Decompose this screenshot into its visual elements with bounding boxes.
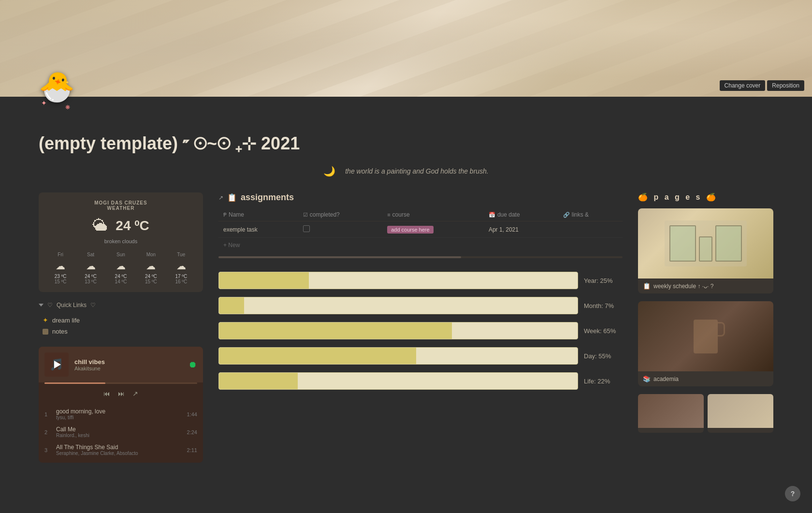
add-new-row[interactable]: + New xyxy=(218,238,623,252)
page-card-text: weekly schedule ↑ ·ᴗ· ? xyxy=(653,283,713,290)
quick-links-header[interactable]: ♡ Quick Links ♡ xyxy=(39,302,203,308)
sparkle-decor: ✦ xyxy=(41,99,47,107)
task-completed-cell[interactable] xyxy=(298,221,382,238)
page-card-icon: 📚 xyxy=(643,375,651,382)
track-number: 2 xyxy=(44,429,51,435)
task-name-cell[interactable]: exemple task xyxy=(218,221,298,238)
music-progress-bar[interactable] xyxy=(44,382,197,384)
track-duration: 1:44 xyxy=(187,411,197,417)
page-card-icon: 📋 xyxy=(643,282,651,290)
weather-widget: MOGI DAS CRUZES WEATHER 🌥 24 ºC broken c… xyxy=(39,192,203,292)
col-header-name: ⱣName xyxy=(218,208,298,221)
track-name: All The Things She Said xyxy=(56,444,182,451)
assignments-section: ↗ 📋 assignments ⱣName ☑completed? xyxy=(218,192,623,258)
weather-location: MOGI DAS CRUZES WEATHER xyxy=(46,200,195,211)
store-detail xyxy=(638,208,773,278)
small-card-left[interactable] xyxy=(638,394,704,433)
quote-line: 🌙 the world is a painting and God holds … xyxy=(39,165,773,177)
track-number: 1 xyxy=(44,411,51,417)
progress-bar-life xyxy=(218,372,578,390)
music-controls: ⏮ ⏭ ↗ xyxy=(39,388,203,401)
col-header-completed: ☑completed? xyxy=(298,208,382,221)
track-list: 1 good morning, love tysu, tiffi 1:44 2 … xyxy=(39,401,203,463)
music-progress-fill xyxy=(44,382,105,384)
progress-label-life: Life: 22% xyxy=(584,378,623,385)
coffee-image xyxy=(638,301,773,371)
cover-buttons: Change cover Reposition xyxy=(720,80,804,91)
progress-bar-day xyxy=(218,347,578,365)
change-cover-button[interactable]: Change cover xyxy=(720,80,766,91)
music-artist: Akakitsune xyxy=(74,366,183,371)
collapse-icon xyxy=(39,304,44,307)
progress-fill-week xyxy=(219,322,452,339)
small-card-image-right xyxy=(708,394,773,428)
table-header-row: ⱣName ☑completed? ≡course 📅due date xyxy=(218,208,623,221)
progress-bar-year xyxy=(218,272,578,289)
link-label: dream life xyxy=(52,317,80,324)
page-icon-wrapper: 🐣 ✦ ✦ ❋ xyxy=(39,73,77,111)
weather-temperature: 24 ºC xyxy=(116,218,149,234)
link-item-dream-life[interactable]: ✦ dream life xyxy=(39,314,203,326)
small-card-right[interactable] xyxy=(708,394,773,433)
sparkle-decor: ❋ xyxy=(65,104,70,111)
link-label: notes xyxy=(52,328,68,335)
task-links-cell[interactable] xyxy=(558,221,623,238)
reposition-button[interactable]: Reposition xyxy=(767,80,804,91)
prev-track-button[interactable]: ⏮ xyxy=(103,390,110,397)
spotify-icon: ⏺ xyxy=(188,360,197,370)
track-item[interactable]: 1 good morning, love tysu, tiffi 1:44 xyxy=(39,405,203,423)
small-card-image-left xyxy=(638,394,704,428)
track-duration: 2:11 xyxy=(187,447,197,453)
weather-description: broken clouds xyxy=(46,238,195,244)
track-item[interactable]: 3 All The Things She Said Seraphine, Jas… xyxy=(39,441,203,459)
page-card-label-schedule: 📋 weekly schedule ↑ ·ᴗ· ? xyxy=(638,278,773,293)
music-player: 🎵 chill vibes Akakitsune ⏺ ⏮ xyxy=(39,347,203,463)
next-track-button[interactable]: ⏭ xyxy=(118,390,125,397)
progress-row-year: Year: 25% xyxy=(218,272,623,289)
course-tag[interactable]: add course here xyxy=(387,226,434,234)
progress-section: Year: 25% Month: 7% Week: 65% xyxy=(218,272,623,390)
play-button[interactable] xyxy=(44,352,69,377)
checkbox-unchecked[interactable] xyxy=(303,225,310,232)
col-header-course: ≡course xyxy=(382,208,484,221)
sparkle-decor: ✦ xyxy=(65,80,69,85)
external-link-icon[interactable]: ↗ xyxy=(218,194,223,201)
small-card-label-left xyxy=(638,428,704,433)
quick-links-label: Quick Links xyxy=(57,302,87,308)
track-number: 3 xyxy=(44,447,51,453)
text-icon: Ᵽ xyxy=(223,212,227,218)
weather-main: 🌥 24 ºC xyxy=(46,217,195,235)
main-content: (empty template) ˶ ⊙~⊙ ₊⊹ 2021 🌙 the wor… xyxy=(0,97,812,482)
track-item[interactable]: 2 Call Me Rainlord., keshi 2:24 xyxy=(39,423,203,441)
track-artists: Seraphine, Jasmine Clarke, Absofacto xyxy=(56,451,182,456)
weather-day-sat: Sat ☁ 24 ºC 13 ºC xyxy=(76,252,104,284)
track-artists: Rainlord., keshi xyxy=(56,433,182,438)
progress-fill-life xyxy=(219,373,298,389)
track-artists: tysu, tiffi xyxy=(56,415,182,420)
progress-row-week: Week: 65% xyxy=(218,322,623,339)
page-card-text: academia xyxy=(653,376,679,382)
page-icon: 🐣 xyxy=(39,73,77,102)
page-card-academia[interactable]: 📚 academia xyxy=(638,301,773,386)
page-card-schedule[interactable]: 📋 weekly schedule ↑ ·ᴗ· ? xyxy=(638,208,773,293)
small-card-label-right xyxy=(708,428,773,433)
task-due-date-cell[interactable]: Apr 1, 2021 xyxy=(484,221,558,238)
heart-icon-left: ♡ xyxy=(47,302,53,308)
heart-icon-right: ♡ xyxy=(90,302,96,308)
weather-day-mon: Mon ☁ 24 ºC 15 ºC xyxy=(137,252,165,284)
link-item-notes[interactable]: notes xyxy=(39,326,203,337)
weather-cloud-icon: 🌥 xyxy=(92,217,108,235)
square-icon xyxy=(43,329,48,335)
track-name: good morning, love xyxy=(56,408,182,415)
check-icon: ☑ xyxy=(303,212,308,218)
share-button[interactable]: ↗ xyxy=(132,390,138,397)
help-button[interactable]: ? xyxy=(785,486,800,501)
small-cards-row xyxy=(638,394,773,433)
task-course-cell[interactable]: add course here xyxy=(382,221,484,238)
play-triangle-icon xyxy=(54,361,61,368)
weather-day-fri: Fri ☁ 23 ºC 15 ºC xyxy=(46,252,74,284)
progress-fill-year xyxy=(219,272,309,289)
table-scrollbar[interactable] xyxy=(218,256,623,258)
col-header-due-date: 📅due date xyxy=(484,208,558,221)
left-column: MOGI DAS CRUZES WEATHER 🌥 24 ºC broken c… xyxy=(39,192,203,463)
